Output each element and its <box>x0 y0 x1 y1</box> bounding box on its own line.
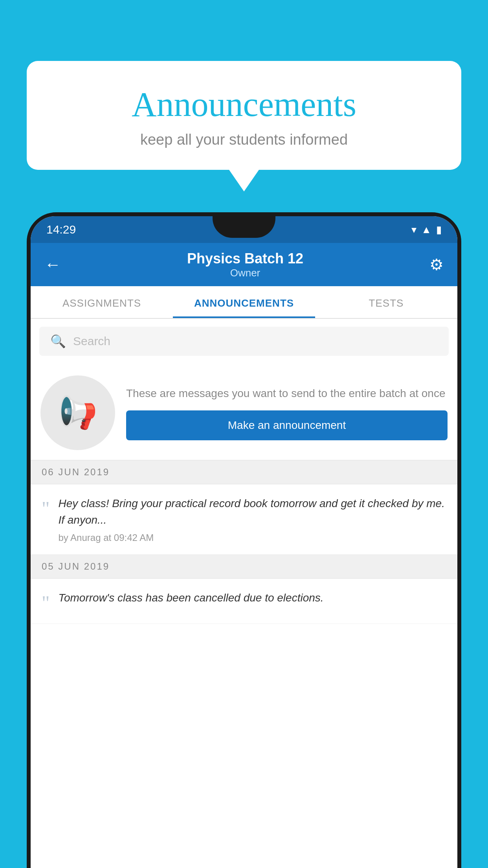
phone-container: 14:29 ▾ ▲ ▮ ← Physics Batch 12 Owner ⚙ <box>27 212 461 868</box>
wifi-icon: ▾ <box>411 224 416 236</box>
speech-bubble-title: Announcements <box>50 85 438 124</box>
tab-tests[interactable]: TESTS <box>315 286 457 318</box>
quote-icon-2: " <box>42 593 50 612</box>
app-bar: ← Physics Batch 12 Owner ⚙ <box>31 243 457 286</box>
speech-bubble-subtitle: keep all your students informed <box>50 131 438 148</box>
announcement-item-1: " Hey class! Bring your practical record… <box>31 484 457 555</box>
signal-icon: ▲ <box>421 224 431 236</box>
empty-state: 📢 These are messages you want to send to… <box>31 364 457 460</box>
app-bar-title-container: Physics Batch 12 Owner <box>61 250 429 279</box>
announcement-text-1: Hey class! Bring your practical record b… <box>58 495 446 528</box>
tab-announcements[interactable]: ANNOUNCEMENTS <box>173 286 315 318</box>
date-separator-2: 05 JUN 2019 <box>31 555 457 579</box>
speech-bubble-container: Announcements keep all your students inf… <box>27 61 461 191</box>
status-icons: ▾ ▲ ▮ <box>411 224 442 236</box>
announcement-item-2: " Tomorrow's class has been cancelled du… <box>31 579 457 624</box>
empty-state-right: These are messages you want to send to t… <box>126 385 448 440</box>
notch <box>213 216 275 238</box>
make-announcement-button[interactable]: Make an announcement <box>126 410 448 440</box>
search-icon: 🔍 <box>50 334 66 349</box>
battery-icon: ▮ <box>436 224 442 236</box>
megaphone-icon: 📢 <box>58 394 97 431</box>
app-bar-subtitle: Owner <box>61 267 429 279</box>
back-button[interactable]: ← <box>44 255 61 274</box>
announcement-text-container-1: Hey class! Bring your practical record b… <box>58 495 446 543</box>
search-placeholder: Search <box>73 335 110 348</box>
announcement-text-2: Tomorrow's class has been cancelled due … <box>58 590 446 606</box>
phone-frame: 14:29 ▾ ▲ ▮ ← Physics Batch 12 Owner ⚙ <box>27 212 461 868</box>
speech-bubble: Announcements keep all your students inf… <box>27 61 461 170</box>
date-separator-1: 06 JUN 2019 <box>31 460 457 484</box>
empty-state-description: These are messages you want to send to t… <box>126 385 448 402</box>
announcement-icon-circle: 📢 <box>40 375 115 450</box>
tabs-container: ASSIGNMENTS ANNOUNCEMENTS TESTS <box>31 286 457 319</box>
status-bar: 14:29 ▾ ▲ ▮ <box>31 216 457 243</box>
announcement-meta-1: by Anurag at 09:42 AM <box>58 532 446 543</box>
search-bar[interactable]: 🔍 Search <box>39 327 449 356</box>
app-bar-title: Physics Batch 12 <box>61 250 429 267</box>
status-time: 14:29 <box>46 223 76 236</box>
phone-content: 🔍 Search 📢 These are messages you want t… <box>31 319 457 624</box>
settings-icon[interactable]: ⚙ <box>429 256 444 274</box>
announcement-text-container-2: Tomorrow's class has been cancelled due … <box>58 590 446 610</box>
phone-screen: 14:29 ▾ ▲ ▮ ← Physics Batch 12 Owner ⚙ <box>31 216 457 868</box>
quote-icon-1: " <box>42 498 50 518</box>
tab-assignments[interactable]: ASSIGNMENTS <box>31 286 173 318</box>
speech-bubble-arrow <box>229 170 259 191</box>
